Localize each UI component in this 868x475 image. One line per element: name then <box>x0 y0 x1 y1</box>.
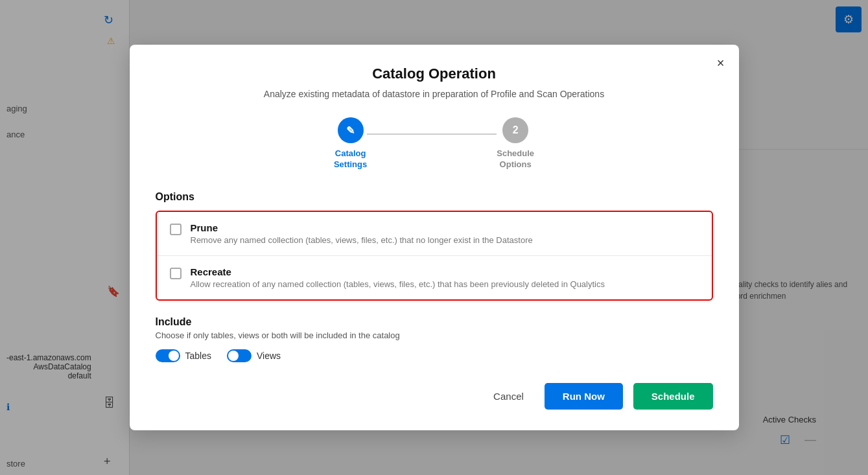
tables-toggle-knob <box>169 351 179 361</box>
modal-subtitle: Analyze existing metadata of datastore i… <box>156 89 713 99</box>
options-box: Prune Remove any named collection (table… <box>156 211 713 301</box>
prune-content: Prune Remove any named collection (table… <box>191 222 699 245</box>
tables-toggle[interactable] <box>156 349 180 362</box>
step-1: ✎ CatalogSettings <box>334 117 367 170</box>
step-1-label: CatalogSettings <box>334 148 367 170</box>
cancel-button[interactable]: Cancel <box>483 384 534 408</box>
views-toggle-knob <box>228 351 239 361</box>
modal-footer: Cancel Run Now Schedule <box>156 383 713 410</box>
pencil-icon: ✎ <box>346 124 355 137</box>
step-2: 2 ScheduleOptions <box>497 117 534 170</box>
recreate-content: Recreate Allow recreation of any named c… <box>191 266 699 289</box>
catalog-operation-modal: × Catalog Operation Analyze existing met… <box>130 45 739 430</box>
views-toggle-label: Views <box>257 351 281 361</box>
prune-checkbox[interactable] <box>170 224 182 235</box>
include-section-title: Include <box>156 316 713 328</box>
step-1-circle: ✎ <box>338 117 364 143</box>
stepper: ✎ CatalogSettings 2 ScheduleOptions <box>156 117 713 170</box>
step-2-label: ScheduleOptions <box>497 148 534 170</box>
recreate-title: Recreate <box>191 266 699 277</box>
step-connector <box>367 133 497 135</box>
modal-backdrop: × Catalog Operation Analyze existing met… <box>0 0 868 475</box>
run-now-button[interactable]: Run Now <box>545 383 623 410</box>
close-button[interactable]: × <box>717 56 725 69</box>
options-section-title: Options <box>156 191 713 203</box>
step-2-number: 2 <box>513 124 519 136</box>
prune-option-row: Prune Remove any named collection (table… <box>157 212 712 255</box>
prune-title: Prune <box>191 222 699 233</box>
tables-toggle-label: Tables <box>185 351 211 361</box>
prune-description: Remove any named collection (tables, vie… <box>191 235 699 245</box>
views-toggle[interactable] <box>227 349 252 362</box>
include-section-subtitle: Choose if only tables, views or both wil… <box>156 330 713 340</box>
step-2-circle: 2 <box>502 117 528 143</box>
recreate-description: Allow recreation of any named collection… <box>191 279 699 289</box>
views-toggle-item: Views <box>227 349 281 362</box>
recreate-checkbox[interactable] <box>170 268 182 279</box>
toggles-row: Tables Views <box>156 349 713 362</box>
tables-toggle-item: Tables <box>156 349 211 362</box>
schedule-button[interactable]: Schedule <box>633 383 713 410</box>
modal-title: Catalog Operation <box>156 65 713 82</box>
recreate-option-row: Recreate Allow recreation of any named c… <box>157 255 712 299</box>
